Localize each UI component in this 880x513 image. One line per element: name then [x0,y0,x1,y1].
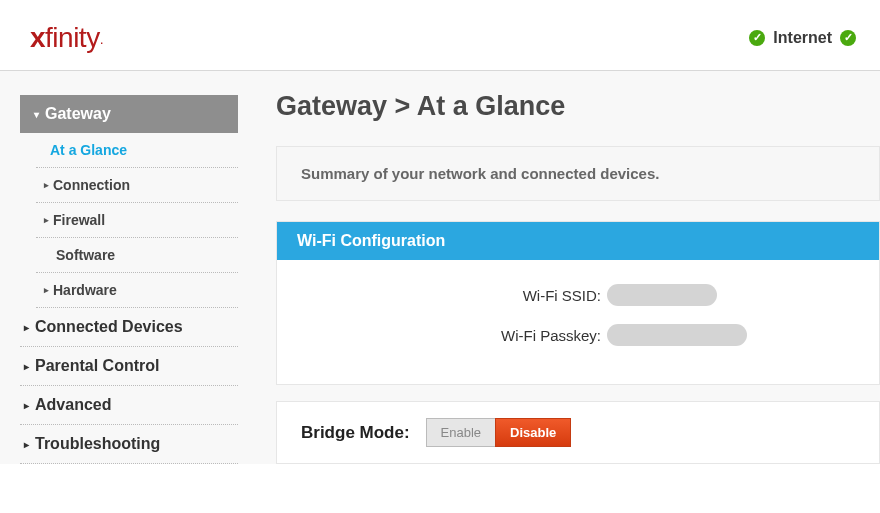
status-internet-label: Internet [773,29,832,47]
sidebar-item-label: Firewall [53,212,105,228]
bridge-mode-label: Bridge Mode: [301,423,410,443]
sidebar-item-parental-control[interactable]: ▸ Parental Control [20,347,238,386]
chevron-right-icon: ▸ [44,215,49,225]
body: ▾ Gateway At a Glance ▸ Connection ▸ Fir… [0,71,880,464]
chevron-right-icon: ▸ [24,361,29,372]
wifi-ssid-label: Wi-Fi SSID: [307,287,607,304]
header: xfinity ✓ Internet ✓ [0,0,880,70]
bridge-disable-button[interactable]: Disable [495,418,571,447]
brand-logo: xfinity [30,22,103,54]
summary-box: Summary of your network and connected de… [276,146,880,201]
wifi-ssid-value-redacted [607,284,717,306]
wifi-panel: Wi-Fi Configuration Wi-Fi SSID: Wi-Fi Pa… [276,221,880,385]
bridge-enable-button[interactable]: Enable [426,418,495,447]
check-icon: ✓ [749,30,765,46]
bridge-mode-panel: Bridge Mode: Enable Disable [276,401,880,464]
chevron-right-icon: ▸ [24,439,29,450]
sidebar-item-connection[interactable]: ▸ Connection [36,168,238,203]
page-title: Gateway > At a Glance [276,91,880,122]
sidebar-item-label: Parental Control [35,357,159,375]
sidebar: ▾ Gateway At a Glance ▸ Connection ▸ Fir… [0,71,248,464]
sidebar-item-label: Advanced [35,396,111,414]
sidebar-item-advanced[interactable]: ▸ Advanced [20,386,238,425]
sidebar-item-connected-devices[interactable]: ▸ Connected Devices [20,308,238,347]
wifi-panel-body: Wi-Fi SSID: Wi-Fi Passkey: [277,260,879,384]
wifi-passkey-value-redacted [607,324,747,346]
sidebar-item-firewall[interactable]: ▸ Firewall [36,203,238,238]
sidebar-item-software[interactable]: Software [36,238,238,273]
wifi-panel-header: Wi-Fi Configuration [277,222,879,260]
sidebar-item-troubleshooting[interactable]: ▸ Troubleshooting [20,425,238,464]
sidebar-item-label: At a Glance [50,142,127,158]
chevron-right-icon: ▸ [44,285,49,295]
chevron-right-icon: ▸ [24,400,29,411]
sidebar-item-label: Connection [53,177,130,193]
summary-text: Summary of your network and connected de… [301,165,659,182]
check-icon: ✓ [840,30,856,46]
main-content: Gateway > At a Glance Summary of your ne… [248,71,880,464]
sidebar-item-label: Troubleshooting [35,435,160,453]
chevron-right-icon: ▸ [44,180,49,190]
sidebar-item-label: Software [56,247,115,263]
sidebar-item-label: Hardware [53,282,117,298]
wifi-ssid-row: Wi-Fi SSID: [307,284,849,306]
chevron-right-icon: ▸ [24,322,29,333]
caret-down-icon: ▾ [34,109,39,120]
wifi-passkey-row: Wi-Fi Passkey: [307,324,849,346]
bridge-mode-toggle: Enable Disable [426,418,572,447]
wifi-passkey-label: Wi-Fi Passkey: [307,327,607,344]
sidebar-item-at-a-glance[interactable]: At a Glance [36,133,238,168]
sidebar-subnav: At a Glance ▸ Connection ▸ Firewall Soft… [20,133,238,308]
status-bar: ✓ Internet ✓ [749,29,856,47]
sidebar-header-label: Gateway [45,105,111,123]
sidebar-item-hardware[interactable]: ▸ Hardware [36,273,238,308]
sidebar-item-label: Connected Devices [35,318,183,336]
sidebar-header-gateway[interactable]: ▾ Gateway [20,95,238,133]
